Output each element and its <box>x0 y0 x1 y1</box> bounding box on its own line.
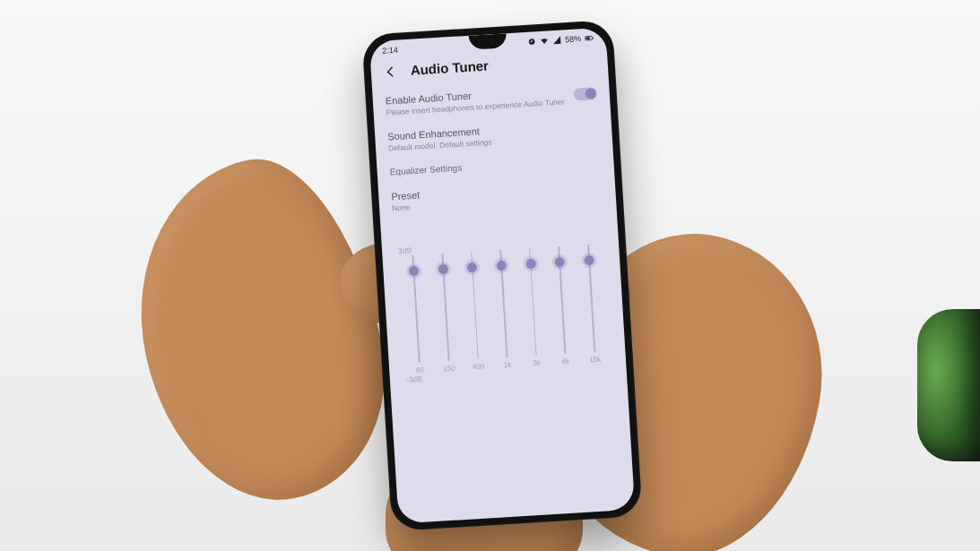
phone-body: 2:14 58% Audio Tuner <box>361 20 642 531</box>
eq-slider-track <box>499 250 507 357</box>
eq-freq-label: 400 <box>473 362 485 371</box>
background-figurine <box>917 309 980 461</box>
eq-slider-knob[interactable] <box>584 255 594 266</box>
eq-slider-track <box>529 248 537 356</box>
eq-freq-label: 150 <box>443 364 455 373</box>
hand-left <box>110 141 409 522</box>
eq-slider-track <box>471 252 479 359</box>
eq-slider-track <box>559 246 567 354</box>
battery-icon <box>585 33 594 43</box>
svg-rect-2 <box>593 37 594 39</box>
eq-slider-knob[interactable] <box>438 264 448 275</box>
eq-slider-track <box>441 254 449 361</box>
eq-freq-label: 8k <box>562 357 570 366</box>
alarm-icon <box>527 37 537 47</box>
back-button[interactable] <box>383 64 398 79</box>
wifi-icon <box>540 36 550 46</box>
status-battery-text: 58% <box>565 34 582 44</box>
eq-slider-track <box>587 245 595 352</box>
eq-slider-track <box>412 255 421 363</box>
signal-icon <box>552 35 562 45</box>
eq-slider-knob[interactable] <box>555 257 566 268</box>
eq-freq-label: 15k <box>589 355 601 364</box>
eq-slider-knob[interactable] <box>467 263 478 273</box>
eq-freq-label: 3k <box>533 359 541 367</box>
equalizer: 601504001k3k8k15k <box>399 246 611 375</box>
eq-freq-label: 1k <box>504 361 512 369</box>
eq-freq-label: 60 <box>416 366 424 375</box>
eq-slider-knob[interactable] <box>409 266 420 277</box>
status-time: 2:14 <box>382 46 398 56</box>
phone-screen: 2:14 58% Audio Tuner <box>369 27 635 523</box>
enable-toggle[interactable] <box>573 87 597 101</box>
eq-band: 15k <box>574 244 611 365</box>
page-title: Audio Tuner <box>410 58 489 78</box>
eq-slider-knob[interactable] <box>497 261 507 271</box>
svg-rect-1 <box>586 37 590 39</box>
eq-slider-knob[interactable] <box>525 259 536 270</box>
